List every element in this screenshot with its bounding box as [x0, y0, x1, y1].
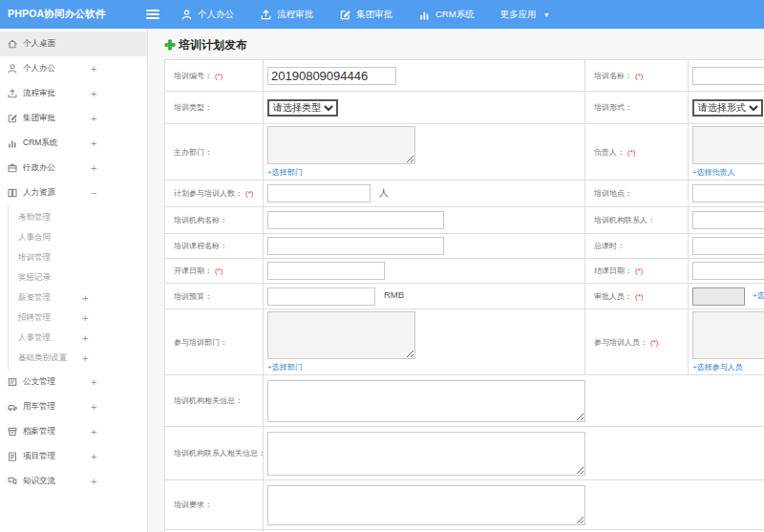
- training-form-select[interactable]: 请选择形式: [692, 99, 763, 117]
- sidebar-subitem-2[interactable]: 培训管理: [9, 247, 147, 267]
- sidebar-subitem-1[interactable]: 人事合同: [9, 227, 147, 247]
- expand-icon[interactable]: −: [91, 187, 96, 199]
- institution-info-textarea[interactable]: [267, 380, 585, 422]
- expand-icon[interactable]: +: [82, 287, 88, 308]
- sidebar-toggle-button[interactable]: [140, 9, 165, 20]
- participating-staff-field-cell: +选择参与人员: [689, 309, 764, 375]
- nav-item-label: 个人办公: [198, 9, 234, 21]
- sidebar-subitem-3[interactable]: 奖惩记录: [9, 267, 147, 287]
- form-row: 参与培训部门：+选择部门参与培训人员：(*)+选择参与人员: [165, 309, 764, 375]
- training-location-input[interactable]: [692, 184, 764, 202]
- sidebar-item-9[interactable]: 档案管理+: [0, 419, 147, 444]
- sidebar-item-7[interactable]: 公文管理+: [0, 370, 147, 394]
- person-in-charge-textarea[interactable]: [692, 126, 764, 164]
- institution-contact-input[interactable]: [692, 211, 764, 229]
- form-row: 计划参与培训人数：(*)人培训地点：: [165, 181, 764, 207]
- approvers-input[interactable]: [692, 287, 745, 306]
- sidebar-item-6[interactable]: 人力资源−: [0, 181, 147, 205]
- sidebar-item-1[interactable]: 个人办公+: [0, 56, 147, 81]
- institution-contact-info-textarea[interactable]: [267, 432, 585, 476]
- add-plus-icon: [164, 39, 176, 51]
- course-name-input[interactable]: [267, 237, 444, 255]
- sidebar-subitem-5[interactable]: 招聘管理+: [9, 308, 147, 328]
- sidebar-subitem-6[interactable]: 人事管理+: [9, 328, 147, 348]
- training-type-field-cell: 请选择类型: [264, 92, 585, 124]
- nav-item-1[interactable]: 流程审批: [260, 9, 313, 21]
- sidebar-subitem-label: 考勤管理: [18, 212, 51, 222]
- participating-departments-textarea[interactable]: [267, 311, 415, 359]
- institution-info-field-cell: [264, 375, 764, 427]
- host-department-textarea[interactable]: [267, 126, 415, 164]
- sidebar-subitem-7[interactable]: 基础类别设置+: [9, 348, 147, 368]
- sidebar-item-11[interactable]: 知识交流+: [0, 469, 147, 494]
- form-row: 培训机构名称：培训机构联系人：: [165, 207, 764, 234]
- expand-icon[interactable]: +: [91, 476, 96, 487]
- training-form-label: 培训形式：: [585, 92, 689, 124]
- sidebar-subitem-0[interactable]: 考勤管理: [9, 207, 147, 227]
- nav-item-4[interactable]: 更多应用▼: [500, 9, 550, 21]
- planned-participants-suffix: 人: [379, 187, 389, 198]
- institution-info-label: 培训机构相关信息：: [165, 375, 264, 427]
- training-type-select[interactable]: 请选择类型: [267, 99, 338, 117]
- approvers-field-cell: +选择审批人员: [689, 284, 764, 309]
- expand-icon[interactable]: +: [91, 88, 96, 99]
- body-layout: 个人桌面个人办公+流程审批+集团审批+CRM系统+行政办公+人力资源−考勤管理人…: [0, 29, 764, 532]
- form-row: 主办部门：+选择部门负责人：(*)+选择负责人: [165, 124, 764, 181]
- nav-item-0[interactable]: 个人办公: [180, 9, 234, 21]
- training-name-input[interactable]: [692, 67, 764, 85]
- nav-item-2[interactable]: 集团审批: [339, 9, 393, 21]
- form-row: 培训要求：: [165, 480, 764, 530]
- expand-icon[interactable]: +: [82, 308, 88, 328]
- sidebar-item-4[interactable]: CRM系统+: [0, 131, 147, 156]
- expand-icon[interactable]: +: [91, 426, 96, 437]
- required-marker: (*): [245, 189, 253, 198]
- upload-icon: [260, 9, 272, 21]
- training-requirements-textarea[interactable]: [267, 485, 585, 525]
- nav-item-label: 集团审批: [356, 9, 393, 21]
- nav-item-3[interactable]: CRM系统: [418, 9, 475, 21]
- host-department-picker-link[interactable]: +选择部门: [267, 167, 581, 178]
- end-date-input[interactable]: [692, 262, 764, 280]
- sidebar-item-label: CRM系统: [23, 138, 57, 149]
- expand-icon[interactable]: +: [91, 63, 96, 74]
- expand-icon[interactable]: +: [91, 113, 96, 124]
- sidebar-item-8[interactable]: 用车管理+: [0, 394, 147, 419]
- participating-departments-field-cell: +选择部门: [264, 309, 585, 375]
- required-marker: (*): [635, 266, 643, 275]
- total-hours-input[interactable]: [692, 237, 764, 255]
- sidebar-item-0[interactable]: 个人桌面: [0, 32, 147, 56]
- sidebar-item-3[interactable]: 集团审批+: [0, 106, 147, 131]
- institution-contact-info-label: 培训机构联系人相关信息：: [165, 427, 264, 480]
- start-date-input[interactable]: [267, 262, 385, 280]
- book-icon: [7, 187, 18, 199]
- sidebar-item-label: 项目管理: [23, 451, 55, 462]
- sidebar-item-label: 知识交流: [23, 476, 55, 487]
- sidebar-item-10[interactable]: 项目管理+: [0, 444, 147, 469]
- end-date-label: 结课日期：(*): [585, 259, 689, 284]
- sidebar-item-5[interactable]: 行政办公+: [0, 156, 147, 181]
- participating-staff-textarea[interactable]: [692, 311, 764, 359]
- nav-item-label: CRM系统: [435, 9, 475, 21]
- briefcase-icon: [7, 162, 18, 174]
- expand-icon[interactable]: +: [91, 138, 96, 149]
- user-icon: [180, 9, 193, 21]
- expand-icon[interactable]: +: [91, 376, 96, 388]
- person-in-charge-picker-link[interactable]: +选择负责人: [692, 167, 764, 178]
- institution-name-input[interactable]: [267, 211, 444, 229]
- participating-staff-picker-link[interactable]: +选择参与人员: [692, 362, 764, 372]
- expand-icon[interactable]: +: [91, 451, 96, 462]
- expand-icon[interactable]: +: [82, 328, 88, 348]
- participating-departments-picker-link[interactable]: +选择部门: [267, 362, 581, 372]
- approvers-picker-link[interactable]: +选择审批人员: [753, 291, 764, 300]
- planned-participants-input[interactable]: [267, 184, 371, 202]
- sidebar-subitem-4[interactable]: 薪资管理+: [9, 287, 147, 308]
- expand-icon[interactable]: +: [91, 401, 96, 413]
- sidebar-item-label: 行政办公: [23, 162, 55, 174]
- budget-input[interactable]: [267, 287, 375, 306]
- expand-icon[interactable]: +: [91, 162, 96, 174]
- training-no-input[interactable]: [267, 67, 396, 85]
- project-icon: [7, 451, 18, 462]
- sidebar-item-2[interactable]: 流程审批+: [0, 81, 147, 106]
- expand-icon[interactable]: +: [82, 348, 88, 368]
- budget-suffix: RMB: [384, 289, 404, 300]
